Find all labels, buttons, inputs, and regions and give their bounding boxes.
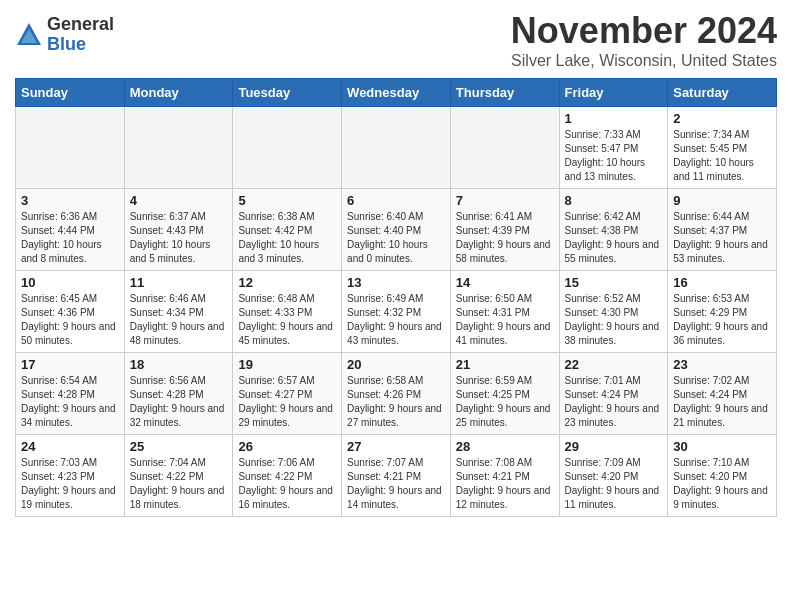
calendar-cell-week5-day0: 24Sunrise: 7:03 AM Sunset: 4:23 PM Dayli…: [16, 435, 125, 517]
cell-info: Sunrise: 6:45 AM Sunset: 4:36 PM Dayligh…: [21, 292, 119, 348]
calendar-cell-week5-day1: 25Sunrise: 7:04 AM Sunset: 4:22 PM Dayli…: [124, 435, 233, 517]
week-row-3: 10Sunrise: 6:45 AM Sunset: 4:36 PM Dayli…: [16, 271, 777, 353]
day-number: 15: [565, 275, 663, 290]
day-number: 30: [673, 439, 771, 454]
cell-info: Sunrise: 6:57 AM Sunset: 4:27 PM Dayligh…: [238, 374, 336, 430]
day-number: 27: [347, 439, 445, 454]
calendar-cell-week3-day6: 16Sunrise: 6:53 AM Sunset: 4:29 PM Dayli…: [668, 271, 777, 353]
cell-info: Sunrise: 6:46 AM Sunset: 4:34 PM Dayligh…: [130, 292, 228, 348]
day-number: 16: [673, 275, 771, 290]
day-number: 19: [238, 357, 336, 372]
day-number: 11: [130, 275, 228, 290]
day-number: 17: [21, 357, 119, 372]
calendar-cell-week4-day6: 23Sunrise: 7:02 AM Sunset: 4:24 PM Dayli…: [668, 353, 777, 435]
cell-info: Sunrise: 7:03 AM Sunset: 4:23 PM Dayligh…: [21, 456, 119, 512]
calendar-cell-week5-day5: 29Sunrise: 7:09 AM Sunset: 4:20 PM Dayli…: [559, 435, 668, 517]
cell-info: Sunrise: 6:48 AM Sunset: 4:33 PM Dayligh…: [238, 292, 336, 348]
cell-info: Sunrise: 6:56 AM Sunset: 4:28 PM Dayligh…: [130, 374, 228, 430]
location-title: Silver Lake, Wisconsin, United States: [511, 52, 777, 70]
cell-info: Sunrise: 7:04 AM Sunset: 4:22 PM Dayligh…: [130, 456, 228, 512]
logo-general-text: General: [47, 15, 114, 35]
calendar-cell-week2-day5: 8Sunrise: 6:42 AM Sunset: 4:38 PM Daylig…: [559, 189, 668, 271]
cell-info: Sunrise: 6:58 AM Sunset: 4:26 PM Dayligh…: [347, 374, 445, 430]
cell-info: Sunrise: 6:41 AM Sunset: 4:39 PM Dayligh…: [456, 210, 554, 266]
calendar-cell-week5-day4: 28Sunrise: 7:08 AM Sunset: 4:21 PM Dayli…: [450, 435, 559, 517]
calendar-cell-week4-day0: 17Sunrise: 6:54 AM Sunset: 4:28 PM Dayli…: [16, 353, 125, 435]
cell-info: Sunrise: 7:02 AM Sunset: 4:24 PM Dayligh…: [673, 374, 771, 430]
day-number: 12: [238, 275, 336, 290]
cell-info: Sunrise: 6:42 AM Sunset: 4:38 PM Dayligh…: [565, 210, 663, 266]
calendar-cell-week5-day3: 27Sunrise: 7:07 AM Sunset: 4:21 PM Dayli…: [342, 435, 451, 517]
calendar-cell-week3-day3: 13Sunrise: 6:49 AM Sunset: 4:32 PM Dayli…: [342, 271, 451, 353]
day-number: 10: [21, 275, 119, 290]
calendar-cell-week4-day2: 19Sunrise: 6:57 AM Sunset: 4:27 PM Dayli…: [233, 353, 342, 435]
calendar-cell-week2-day1: 4Sunrise: 6:37 AM Sunset: 4:43 PM Daylig…: [124, 189, 233, 271]
calendar-cell-week5-day6: 30Sunrise: 7:10 AM Sunset: 4:20 PM Dayli…: [668, 435, 777, 517]
calendar-cell-week1-day3: [342, 107, 451, 189]
header: General Blue November 2024 Silver Lake, …: [15, 10, 777, 70]
calendar-cell-week1-day6: 2Sunrise: 7:34 AM Sunset: 5:45 PM Daylig…: [668, 107, 777, 189]
calendar-cell-week3-day1: 11Sunrise: 6:46 AM Sunset: 4:34 PM Dayli…: [124, 271, 233, 353]
day-number: 26: [238, 439, 336, 454]
logo: General Blue: [15, 15, 114, 55]
day-number: 5: [238, 193, 336, 208]
day-number: 9: [673, 193, 771, 208]
day-number: 2: [673, 111, 771, 126]
calendar-cell-week2-day0: 3Sunrise: 6:36 AM Sunset: 4:44 PM Daylig…: [16, 189, 125, 271]
calendar-cell-week2-day3: 6Sunrise: 6:40 AM Sunset: 4:40 PM Daylig…: [342, 189, 451, 271]
day-number: 25: [130, 439, 228, 454]
month-title: November 2024: [511, 10, 777, 52]
day-number: 7: [456, 193, 554, 208]
day-number: 23: [673, 357, 771, 372]
day-number: 18: [130, 357, 228, 372]
day-number: 8: [565, 193, 663, 208]
cell-info: Sunrise: 7:10 AM Sunset: 4:20 PM Dayligh…: [673, 456, 771, 512]
day-number: 4: [130, 193, 228, 208]
cell-info: Sunrise: 6:49 AM Sunset: 4:32 PM Dayligh…: [347, 292, 445, 348]
calendar-cell-week1-day1: [124, 107, 233, 189]
cell-info: Sunrise: 7:01 AM Sunset: 4:24 PM Dayligh…: [565, 374, 663, 430]
cell-info: Sunrise: 6:52 AM Sunset: 4:30 PM Dayligh…: [565, 292, 663, 348]
cell-info: Sunrise: 6:59 AM Sunset: 4:25 PM Dayligh…: [456, 374, 554, 430]
calendar-cell-week2-day6: 9Sunrise: 6:44 AM Sunset: 4:37 PM Daylig…: [668, 189, 777, 271]
weekday-header-tuesday: Tuesday: [233, 79, 342, 107]
cell-info: Sunrise: 6:50 AM Sunset: 4:31 PM Dayligh…: [456, 292, 554, 348]
calendar-cell-week3-day4: 14Sunrise: 6:50 AM Sunset: 4:31 PM Dayli…: [450, 271, 559, 353]
calendar-cell-week3-day2: 12Sunrise: 6:48 AM Sunset: 4:33 PM Dayli…: [233, 271, 342, 353]
calendar-cell-week4-day4: 21Sunrise: 6:59 AM Sunset: 4:25 PM Dayli…: [450, 353, 559, 435]
weekday-header-saturday: Saturday: [668, 79, 777, 107]
weekday-header-wednesday: Wednesday: [342, 79, 451, 107]
title-area: November 2024 Silver Lake, Wisconsin, Un…: [511, 10, 777, 70]
calendar-cell-week1-day5: 1Sunrise: 7:33 AM Sunset: 5:47 PM Daylig…: [559, 107, 668, 189]
week-row-4: 17Sunrise: 6:54 AM Sunset: 4:28 PM Dayli…: [16, 353, 777, 435]
logo-blue-text: Blue: [47, 35, 114, 55]
day-number: 29: [565, 439, 663, 454]
calendar-cell-week1-day0: [16, 107, 125, 189]
cell-info: Sunrise: 6:53 AM Sunset: 4:29 PM Dayligh…: [673, 292, 771, 348]
calendar-cell-week2-day4: 7Sunrise: 6:41 AM Sunset: 4:39 PM Daylig…: [450, 189, 559, 271]
cell-info: Sunrise: 7:33 AM Sunset: 5:47 PM Dayligh…: [565, 128, 663, 184]
cell-info: Sunrise: 6:44 AM Sunset: 4:37 PM Dayligh…: [673, 210, 771, 266]
cell-info: Sunrise: 6:38 AM Sunset: 4:42 PM Dayligh…: [238, 210, 336, 266]
cell-info: Sunrise: 6:40 AM Sunset: 4:40 PM Dayligh…: [347, 210, 445, 266]
weekday-header-friday: Friday: [559, 79, 668, 107]
cell-info: Sunrise: 6:37 AM Sunset: 4:43 PM Dayligh…: [130, 210, 228, 266]
day-number: 28: [456, 439, 554, 454]
cell-info: Sunrise: 6:54 AM Sunset: 4:28 PM Dayligh…: [21, 374, 119, 430]
calendar-cell-week4-day1: 18Sunrise: 6:56 AM Sunset: 4:28 PM Dayli…: [124, 353, 233, 435]
day-number: 20: [347, 357, 445, 372]
calendar-cell-week4-day5: 22Sunrise: 7:01 AM Sunset: 4:24 PM Dayli…: [559, 353, 668, 435]
calendar-cell-week3-day0: 10Sunrise: 6:45 AM Sunset: 4:36 PM Dayli…: [16, 271, 125, 353]
calendar-cell-week1-day4: [450, 107, 559, 189]
day-number: 21: [456, 357, 554, 372]
calendar-cell-week4-day3: 20Sunrise: 6:58 AM Sunset: 4:26 PM Dayli…: [342, 353, 451, 435]
day-number: 1: [565, 111, 663, 126]
day-number: 3: [21, 193, 119, 208]
calendar-cell-week3-day5: 15Sunrise: 6:52 AM Sunset: 4:30 PM Dayli…: [559, 271, 668, 353]
day-number: 14: [456, 275, 554, 290]
cell-info: Sunrise: 7:09 AM Sunset: 4:20 PM Dayligh…: [565, 456, 663, 512]
cell-info: Sunrise: 7:07 AM Sunset: 4:21 PM Dayligh…: [347, 456, 445, 512]
day-number: 22: [565, 357, 663, 372]
weekday-header-monday: Monday: [124, 79, 233, 107]
day-number: 24: [21, 439, 119, 454]
